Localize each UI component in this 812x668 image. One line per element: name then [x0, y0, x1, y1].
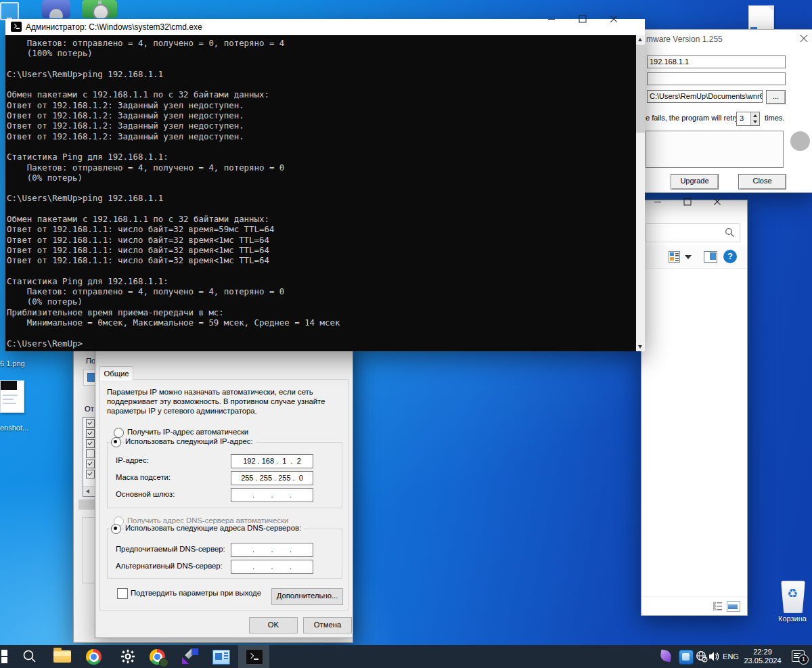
checkbox-checked-icon[interactable] — [86, 460, 95, 468]
recycle-bin-label[interactable]: Корзина — [775, 615, 809, 623]
clock-time: 22:29 — [742, 648, 784, 656]
firmware-upgrade-window: mware Version 1.255 192.168.1.1 C:\Users… — [636, 29, 812, 193]
retry-text: e fails, the program will retry — [646, 114, 739, 122]
status-indicator-circle — [790, 131, 810, 151]
radio-static-ip-label[interactable]: Использовать следующий IP-адрес: — [124, 437, 256, 445]
retry-count-value: 3 — [740, 114, 744, 123]
blue-app-icon — [679, 650, 694, 665]
preferred-dns-input[interactable]: . . . — [231, 543, 313, 557]
radio-static-dns[interactable] — [111, 524, 121, 534]
search-input[interactable] — [646, 223, 740, 242]
maximize-button[interactable] — [687, 202, 715, 219]
profile-badge-icon — [159, 658, 168, 667]
checkbox-checked-icon[interactable] — [86, 470, 95, 478]
cmd-window: Администратор: C:\Windows\system32\cmd.e… — [5, 19, 645, 351]
close-button[interactable] — [717, 202, 744, 219]
clock-date: 23.05.2024 — [742, 656, 784, 665]
components-label: От — [85, 405, 94, 413]
console-scrollbar[interactable] — [636, 35, 645, 351]
ok-button[interactable]: OK — [249, 617, 298, 633]
search-icon — [725, 227, 735, 238]
start-button[interactable] — [0, 645, 16, 668]
minimize-button[interactable] — [551, 19, 583, 35]
console-output: Пакетов: отправлено = 4, получено = 0, п… — [5, 35, 636, 351]
folder-icon — [53, 650, 71, 663]
upgrade-button[interactable]: Upgrade — [671, 174, 719, 190]
screenshot-thumbnail-icon — [0, 380, 24, 413]
status-bar — [641, 596, 747, 615]
taskbar-search-button[interactable] — [20, 645, 39, 668]
alternate-dns-input[interactable]: . . . — [231, 560, 313, 574]
ipv4-properties-dialog: Общие Параметры IP можно назначать автом… — [95, 342, 353, 638]
checkbox-unchecked-icon[interactable] — [86, 449, 95, 458]
tray-network-icon[interactable] — [696, 645, 709, 668]
desktop-icon-timer[interactable] — [82, 0, 117, 18]
details-view-icon[interactable] — [669, 251, 680, 263]
settings-button[interactable] — [118, 645, 137, 668]
file-explorer-button[interactable] — [53, 645, 72, 668]
intro-text: Параметры IP можно назначать автоматичес… — [107, 387, 342, 416]
thumbnail-view-icon[interactable] — [727, 601, 740, 612]
app-knob-icon — [49, 9, 63, 18]
scroll-down-icon[interactable] — [636, 342, 645, 351]
gateway-input[interactable]: . . . — [231, 488, 313, 502]
chrome-button[interactable] — [86, 645, 105, 668]
cmd-icon — [246, 649, 263, 665]
connector-app-button[interactable] — [181, 645, 201, 668]
scrollbar-thumb[interactable] — [636, 45, 645, 133]
cmd-taskbar-button-active[interactable] — [238, 645, 269, 668]
clock[interactable]: 22:29 23.05.2024 — [742, 645, 784, 668]
desktop-icon-image-label[interactable]: 6 1.png — [0, 359, 31, 368]
radio-auto-ip[interactable] — [114, 428, 124, 438]
close-button[interactable] — [614, 19, 645, 35]
console-text: Пакетов: отправлено = 4, получено = 0, п… — [7, 38, 340, 349]
maximize-button[interactable] — [583, 19, 614, 35]
preview-pane-icon[interactable] — [704, 251, 717, 263]
cmd-title-bar[interactable]: Администратор: C:\Windows\system32\cmd.e… — [5, 19, 645, 35]
gear-icon — [120, 649, 135, 664]
firmware-path-input[interactable]: C:\Users\RemUp\Documents\wnr6 — [647, 90, 763, 103]
advanced-button[interactable]: Дополнительно... — [271, 588, 343, 605]
close-button[interactable]: Close — [738, 174, 786, 190]
help-icon[interactable]: ? — [723, 250, 737, 263]
subnet-mask-input[interactable]: 255 . 255 . 255 . 0 — [231, 471, 313, 485]
spinner-arrows-icon[interactable] — [750, 112, 759, 125]
notification-center-button[interactable]: 1 — [789, 645, 811, 668]
tab-general[interactable]: Общие — [99, 366, 133, 380]
language-indicator[interactable]: ENG — [721, 645, 740, 668]
close-icon[interactable] — [796, 31, 811, 46]
router-ip-input[interactable]: 192.168.1.1 — [647, 55, 786, 68]
gateway-label: Основной шлюз: — [116, 490, 175, 498]
desktop-icon-screenshot-label[interactable]: enshot... — [0, 424, 31, 432]
view-dropdown-caret-icon[interactable] — [685, 255, 692, 259]
tray-pen-icon[interactable] — [658, 645, 675, 668]
validate-on-exit-checkbox[interactable] — [117, 588, 128, 599]
desktop-icon-screenshot[interactable] — [0, 379, 23, 421]
desktop-icon-app-blue[interactable] — [42, 0, 70, 18]
tray-app-icon[interactable] — [678, 645, 694, 668]
retry-times-text: times. — [765, 114, 784, 122]
checkbox-checked-icon[interactable] — [86, 439, 95, 448]
ip-address-input[interactable]: 192 . 168 . 1 . 2 — [231, 454, 313, 468]
password-input[interactable] — [647, 72, 786, 85]
speaker-icon — [708, 650, 721, 663]
chrome-profile-button[interactable] — [150, 645, 170, 668]
radio-static-ip[interactable] — [111, 437, 121, 447]
list-view-icon[interactable] — [713, 602, 723, 610]
view-toolbar: ? — [641, 246, 747, 269]
checkbox-checked-icon[interactable] — [86, 429, 95, 438]
browse-button[interactable]: ... — [766, 90, 786, 104]
checkbox-checked-icon[interactable] — [86, 419, 95, 428]
page-fold-icon — [767, 5, 774, 12]
radio-static-dns-label[interactable]: Использовать следующие адреса DNS-сервер… — [124, 524, 304, 532]
radio-auto-ip-label[interactable]: Получить IP-адрес автоматически — [127, 428, 248, 436]
globe-no-internet-icon — [696, 650, 708, 663]
scroll-up-icon[interactable] — [636, 35, 645, 44]
retry-count-spinner[interactable]: 3 — [736, 112, 760, 126]
desktop-icon-monitor[interactable] — [0, 2, 19, 20]
recycle-symbol-icon: ♻ — [775, 587, 809, 600]
system-tool-button[interactable] — [212, 645, 233, 668]
cancel-button[interactable]: Отмена — [303, 617, 352, 633]
validate-on-exit-label: Подтвердить параметры при выходе — [131, 589, 261, 597]
minimize-button[interactable] — [658, 202, 685, 219]
